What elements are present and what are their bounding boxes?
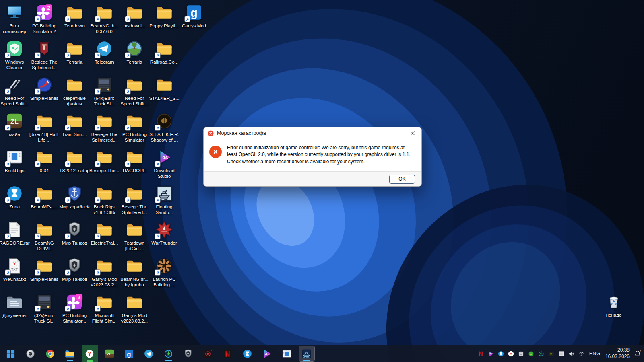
network-wifi-icon[interactable] — [578, 350, 585, 357]
desktop-icon-dixen18-half-life[interactable]: [dixen18] Half-Life ... — [29, 112, 60, 143]
desktop-icon-beamng-drive[interactable]: BeamNG DRIVE — [29, 220, 60, 251]
desktop-icon-zona[interactable]: Zona — [0, 184, 30, 210]
desktop-icon-besiege-the[interactable]: Besiege.The... — [89, 148, 120, 173]
desktop-icon-floating-sandbox[interactable]: Floating Sandb... — [149, 184, 180, 215]
desktop-icon-ragdore-folder[interactable]: RAGDORE — [119, 148, 150, 173]
desktop-icon-stalker-s[interactable]: STALKER_S... — [149, 76, 180, 101]
desktop-icon-euro-truck-32x[interactable]: (32x)Euro Truck Si... — [29, 293, 60, 324]
desktop-icon-beamng-drive-0376[interactable]: BeamNG.dr... 0.37.6.0 — [89, 3, 120, 34]
shortcut-arrow-icon — [35, 125, 40, 130]
desktop-icon-world-of-warships[interactable]: Мир кораблей — [59, 184, 90, 210]
language-indicator[interactable]: ENG — [589, 351, 600, 356]
shortcut-arrow-icon — [35, 16, 40, 22]
zona-tray-icon[interactable] — [497, 350, 504, 357]
desktop-icon-msdownld[interactable]: msdownl... — [119, 3, 150, 29]
desktop-icon-v034[interactable]: 0.34 — [29, 148, 60, 173]
desktop-icon-beammp-launcher[interactable]: BeamMP-L... — [29, 184, 60, 210]
desktop-icon-war-thunder[interactable]: WarThunder — [149, 220, 180, 246]
folder-icon — [65, 148, 84, 167]
desktop-icon-nfs-shift[interactable]: Need For Speed.Shift... — [0, 76, 30, 107]
shortcut-arrow-icon — [95, 53, 100, 58]
volume-icon[interactable] — [568, 350, 575, 357]
desktop-icon-world-of-tanks-2[interactable]: Мир Танков — [59, 257, 90, 282]
updater-tray-icon[interactable] — [528, 350, 535, 357]
desktop-icon-garrys-mod-v2023-2[interactable]: Garry's Mod v2023.08.2... — [119, 293, 150, 324]
desktop-icon-teardown[interactable]: Teardown — [59, 3, 90, 29]
taskbar-netflix[interactable] — [220, 346, 236, 362]
desktop-icon-stalker-shadow[interactable]: S.T.A.L.K.E.R. Shadow of ... — [149, 112, 180, 143]
dialog-footer: OK — [204, 171, 421, 186]
desktop-icon-telegram[interactable]: Telegram — [89, 39, 120, 65]
desktop-icon-terraria-folder[interactable]: Terraria — [59, 39, 90, 65]
desktop-icon-pc-building-simulator-app[interactable]: 2PC Building Simulator... — [59, 293, 90, 324]
taskbar-download-manager[interactable] — [161, 346, 177, 362]
task-list-tray-icon[interactable] — [558, 350, 565, 357]
desktop-icon-pc-building-simulator-folder[interactable]: PC Building Simulator — [119, 112, 150, 143]
taskbar-download-studio[interactable]: ds — [259, 346, 275, 362]
desktop-icon-ragdore-rar[interactable]: RAGDORE.rar — [0, 220, 30, 246]
recycle-bin[interactable]: ненадо — [599, 292, 629, 318]
desktop-icon-ts2012-setup[interactable]: TS2012_setup — [59, 148, 90, 173]
desktop-icon-train-sim[interactable]: Train.Sim.... — [59, 112, 90, 137]
desktop-icon-label: [dixen18] Half-Life ... — [29, 132, 60, 143]
desktop-icon-brick-rigs-v19138b[interactable]: Brick Rigs v1.9.1.38b — [89, 184, 120, 215]
taskbar-world-of-tanks[interactable] — [180, 346, 196, 362]
desktop-icon-teardown-fitgirl[interactable]: Teardown [FitGirl ... — [119, 220, 150, 251]
netflix-tray-icon[interactable] — [477, 350, 484, 357]
desktop-icon-launch-pc-building[interactable]: Launch PC Building ... — [149, 257, 180, 288]
desktop-icon-poppy-playtime[interactable]: Poppy Playti... — [149, 3, 180, 29]
taskbar-telegram[interactable] — [141, 346, 157, 362]
desktop-icon-label: Brick Rigs v1.9.1.38b — [89, 204, 120, 215]
desktop-icon-euro-truck-64x[interactable]: (64x)Euro Truck Si... — [89, 76, 120, 107]
desktop-icon-garrys-mod-v2023-1[interactable]: Garry's Mod v2023.08.2... — [89, 257, 120, 288]
desktop-icon-world-of-tanks[interactable]: Мир Танков — [59, 220, 90, 246]
desktop-icon-electric-trains[interactable]: ElectricTrai... — [89, 220, 120, 246]
device-tray-icon[interactable] — [518, 350, 524, 357]
taskbar-floating-sandbox[interactable] — [299, 346, 315, 362]
desktop-icon-documents[interactable]: Документы — [0, 293, 30, 318]
desktop-icon-beamng-by-igruha[interactable]: BeamNG.dr... by Igruha — [119, 257, 150, 288]
taskbar-start[interactable] — [3, 346, 19, 362]
taskbar-mine-zl[interactable]: ZL — [101, 346, 118, 362]
taskbar-chrome[interactable] — [42, 346, 58, 362]
desktop-icon-simpleplanes[interactable]: SimplePlanes — [29, 76, 60, 101]
desktop-icon-mine[interactable]: ZLмайн — [0, 112, 30, 137]
desktop-icon-label: Мир кораблей — [59, 204, 90, 210]
desktop-icon-download-studio[interactable]: dsDownload Studio — [149, 148, 180, 179]
taskbar-garrys-mod[interactable]: g — [121, 346, 137, 362]
taskbar-file-explorer[interactable] — [62, 346, 78, 362]
shortcut-arrow-icon — [125, 125, 130, 130]
taskbar-clock[interactable]: 20:38 16.03.2026 — [605, 347, 630, 360]
close-icon[interactable] — [405, 128, 421, 139]
nvidia-settings-icon[interactable] — [548, 350, 555, 357]
taskbar-screen-recorder[interactable] — [200, 346, 216, 362]
desktop-icon-secret-files[interactable]: секретные файлы — [59, 76, 90, 107]
taskbar-zona[interactable] — [239, 346, 256, 362]
desktop-icon-nfs-shift-folder[interactable]: Need For Speed.Shift... — [119, 76, 150, 107]
desktop-icon-garrys-mod[interactable]: gGarrys Mod — [179, 3, 209, 29]
download-studio-tray-icon[interactable]: ds — [487, 350, 494, 357]
desktop-icon-terraria[interactable]: Terraria — [119, 39, 150, 65]
shortcut-arrow-icon — [65, 197, 70, 203]
taskbar-yandex-browser[interactable]: Y — [82, 345, 98, 362]
desktop-icon-label: BeamNG.dr... 0.37.6.0 — [89, 23, 120, 34]
desktop-icon-besiege-splintered-3[interactable]: Besiege The Splintered... — [119, 184, 150, 215]
desktop-icon-besiege-splintered-1[interactable]: Besiege The Splintered... — [29, 39, 60, 70]
desktop-icon-this-pc[interactable]: Этот компьютер — [0, 3, 30, 34]
pcbs2-icon: 2 — [35, 3, 54, 22]
taskbar-app-window[interactable] — [279, 346, 295, 362]
desktop-icon-besiege-splintered-2[interactable]: Besiege The Splintered... — [89, 112, 120, 143]
desktop-icon-railroad-corporation[interactable]: Railroad.Co... — [149, 39, 180, 65]
desktop-icon-wechat-txt[interactable]: TXTWeChat.txt — [0, 257, 30, 282]
desktop-icon-brickrigs[interactable]: BrickRigs — [0, 148, 30, 173]
ds-icon: ds — [155, 148, 173, 167]
desktop-icon-windows-cleaner[interactable]: Windows Cleaner — [0, 39, 30, 70]
desktop-icon-pc-building-simulator-2[interactable]: 2PC Building Simulator 2 — [29, 3, 60, 34]
notification-bell-icon[interactable]: z — [634, 350, 642, 358]
download-manager-tray-icon[interactable] — [538, 350, 545, 357]
desktop-icon-simpleplanes-folder[interactable]: SimplePlanes — [29, 257, 60, 282]
ok-button[interactable]: OK — [389, 175, 415, 184]
taskbar-app-round[interactable] — [23, 346, 39, 362]
desktop-icon-microsoft-flight-sim[interactable]: Microsoft Flight Sim... — [89, 293, 120, 324]
yandex-tray-icon[interactable]: Y — [508, 350, 514, 357]
